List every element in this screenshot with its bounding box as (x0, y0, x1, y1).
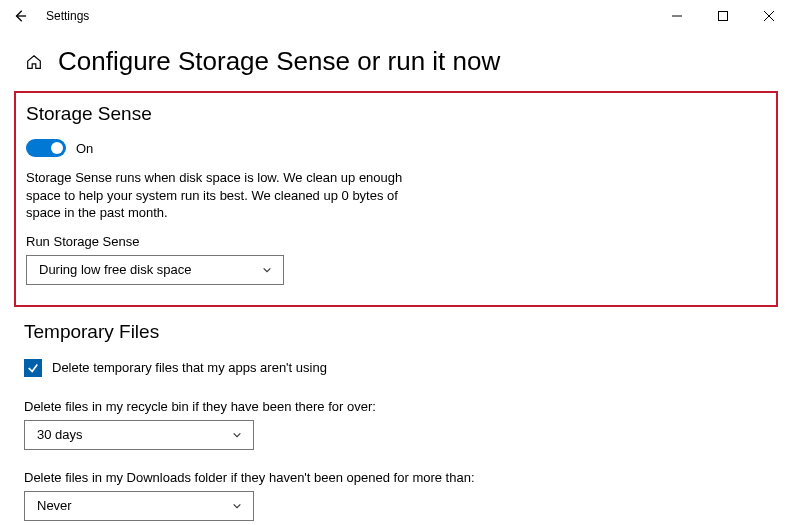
temporary-files-heading: Temporary Files (24, 321, 768, 343)
storage-sense-toggle-label: On (76, 141, 93, 156)
run-storage-sense-select[interactable]: During low free disk space (26, 255, 284, 285)
run-storage-sense-label: Run Storage Sense (26, 234, 766, 249)
back-button[interactable] (12, 8, 28, 24)
storage-sense-description: Storage Sense runs when disk space is lo… (26, 169, 416, 222)
check-icon (27, 362, 39, 374)
window-title: Settings (46, 9, 89, 23)
back-arrow-icon (13, 9, 27, 23)
delete-temp-checkbox[interactable] (24, 359, 42, 377)
page-header: Configure Storage Sense or run it now (0, 32, 792, 85)
maximize-button[interactable] (700, 0, 746, 32)
page-title: Configure Storage Sense or run it now (58, 46, 500, 77)
recycle-bin-select[interactable]: 30 days (24, 420, 254, 450)
chevron-down-icon (231, 429, 243, 441)
delete-temp-label: Delete temporary files that my apps aren… (52, 360, 327, 375)
recycle-bin-label: Delete files in my recycle bin if they h… (24, 399, 768, 414)
recycle-bin-value: 30 days (37, 427, 83, 442)
chevron-down-icon (261, 264, 273, 276)
temporary-files-section: Temporary Files Delete temporary files t… (0, 321, 792, 521)
storage-sense-heading: Storage Sense (26, 103, 766, 125)
chevron-down-icon (231, 500, 243, 512)
storage-sense-section: Storage Sense On Storage Sense runs when… (14, 91, 778, 307)
svg-rect-2 (719, 12, 728, 21)
minimize-icon (672, 11, 682, 21)
titlebar: Settings (0, 0, 792, 32)
run-storage-sense-value: During low free disk space (39, 262, 191, 277)
downloads-label: Delete files in my Downloads folder if t… (24, 470, 768, 485)
close-icon (764, 11, 774, 21)
storage-sense-toggle[interactable] (26, 139, 66, 157)
downloads-select[interactable]: Never (24, 491, 254, 521)
minimize-button[interactable] (654, 0, 700, 32)
home-button[interactable] (24, 52, 44, 72)
close-button[interactable] (746, 0, 792, 32)
downloads-value: Never (37, 498, 72, 513)
home-icon (25, 53, 43, 71)
maximize-icon (718, 11, 728, 21)
